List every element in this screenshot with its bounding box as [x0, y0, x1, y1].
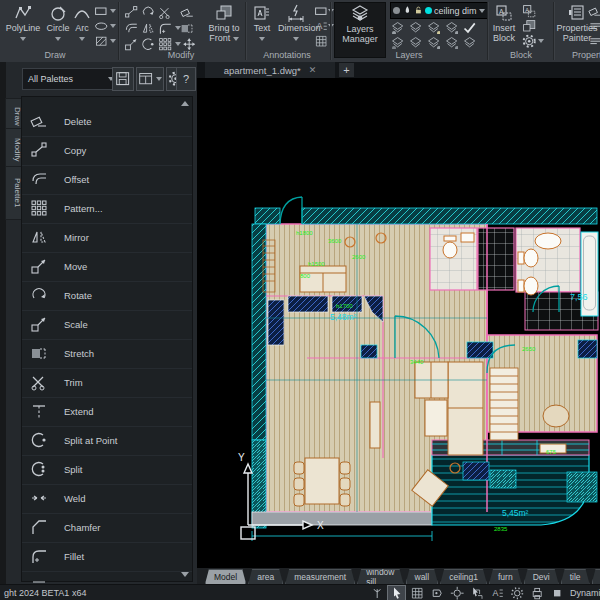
dynamic-input-label[interactable]: Dynamic C: [570, 588, 600, 598]
layout-tab-devi[interactable]: Devi: [524, 569, 559, 584]
select-similar-icon[interactable]: [141, 37, 155, 51]
close-tab-icon[interactable]: ✕: [309, 65, 317, 75]
lineweight-icon[interactable]: [588, 19, 600, 33]
new-tab-button[interactable]: +: [339, 63, 354, 77]
osnap-toggle[interactable]: [448, 586, 465, 600]
selection-cursor-toggle[interactable]: [388, 586, 405, 600]
layer-freeze-icon: [402, 5, 411, 16]
layout-tab-ceiling1[interactable]: ceiling1: [440, 569, 487, 584]
dimension-button[interactable]: Dimension: [278, 2, 314, 43]
explode-icon[interactable]: [182, 37, 196, 51]
layer-state2-icon[interactable]: [408, 20, 422, 34]
array-icon[interactable]: [158, 37, 172, 51]
measure-icon[interactable]: [124, 37, 138, 51]
layout-tab-tile[interactable]: tile: [561, 569, 590, 584]
circle-label: Circle: [46, 23, 69, 33]
palette-group-value: All Palettes: [28, 74, 73, 84]
grid-toggle[interactable]: [408, 586, 425, 600]
palette-item-offset[interactable]: Offset: [22, 165, 192, 195]
polyline-button[interactable]: PolyLine: [4, 2, 42, 43]
dim-style-icon[interactable]: [314, 4, 328, 18]
draw-panel-label: Draw: [20, 50, 90, 60]
palette-save-button[interactable]: [112, 67, 134, 91]
palette-item-move[interactable]: Move: [22, 252, 192, 282]
scroll-up-arrow[interactable]: [181, 101, 189, 106]
palette-item-rotate[interactable]: Rotate: [22, 281, 192, 311]
area-label-kitchen: 5,48m²: [330, 312, 357, 322]
palette-item-chamfer[interactable]: Chamfer: [22, 513, 192, 543]
layer-state5-icon[interactable]: [390, 35, 404, 49]
signal-icon[interactable]: [368, 586, 385, 600]
document-tab[interactable]: apartment_1.dwg* ✕: [205, 62, 335, 78]
layer-state3-icon[interactable]: [426, 20, 440, 34]
snap-tracking-toggle[interactable]: [468, 586, 485, 600]
svg-text:2835: 2835: [494, 526, 508, 532]
layer-state6-icon[interactable]: [408, 35, 422, 49]
layout-tab-tile2[interactable]: tile 2: [592, 569, 600, 584]
lighting-toggle[interactable]: [508, 586, 525, 600]
ellipse-icon[interactable]: [94, 19, 108, 33]
plot-icon[interactable]: [528, 586, 545, 600]
text-align-icon[interactable]: [314, 19, 328, 33]
arc-button[interactable]: Arc: [72, 2, 92, 43]
bring-to-front-icon: [215, 4, 233, 22]
insert-block-button[interactable]: Insert Block: [490, 2, 518, 43]
table-icon[interactable]: [314, 34, 328, 48]
copy-icon[interactable]: [124, 5, 138, 19]
trim-icon[interactable]: [158, 5, 172, 19]
palette-help-button[interactable]: ?: [176, 67, 196, 91]
layer-state7-icon[interactable]: [426, 35, 440, 49]
linetype-icon[interactable]: [588, 34, 600, 48]
drawing-canvas[interactable]: 5,48m² 7,56 5,45m² h1700 h1800 3600 2600…: [197, 78, 600, 568]
create-block-icon[interactable]: [522, 4, 536, 18]
layer-match-check-icon[interactable]: [462, 20, 476, 34]
palette-item-scale[interactable]: Scale: [22, 310, 192, 340]
circle-button[interactable]: Circle: [44, 2, 72, 43]
palette-item-fillet[interactable]: Fillet: [22, 542, 192, 572]
rectangle-flyout[interactable]: [110, 9, 116, 13]
block-flyout[interactable]: [538, 39, 544, 43]
layer-state8-icon[interactable]: [444, 35, 458, 49]
rectangle-icon[interactable]: [94, 4, 108, 18]
hatch-flyout[interactable]: [110, 39, 116, 43]
layer-dropdown[interactable]: ceiling dim: [390, 2, 488, 19]
palette-item-weld[interactable]: Weld: [22, 484, 192, 514]
mirror-icon[interactable]: [141, 21, 155, 35]
palette-view-button[interactable]: [136, 67, 164, 91]
palette-item-trim[interactable]: Trim: [22, 368, 192, 398]
layer-state1-icon[interactable]: [390, 20, 404, 34]
offset-icon[interactable]: [124, 21, 138, 35]
layer-state9-icon[interactable]: [462, 35, 476, 49]
hatch-icon[interactable]: [94, 34, 108, 48]
layout-tab-window-sill[interactable]: window sill: [357, 569, 403, 584]
text-button[interactable]: Text: [250, 2, 274, 43]
edit-block-icon[interactable]: [522, 19, 536, 33]
palette-item-mirror[interactable]: Mirror: [22, 223, 192, 253]
palette-item-delete[interactable]: Delete: [22, 107, 192, 137]
erase-icon[interactable]: [180, 5, 194, 19]
palette-item-extend[interactable]: Extend: [22, 397, 192, 427]
layout-tab-furn[interactable]: furn: [489, 569, 522, 584]
palette-item-pattern[interactable]: Pattern...: [22, 194, 192, 224]
palette-item-copy[interactable]: Copy: [22, 136, 192, 166]
layout-tab-wall[interactable]: wall: [406, 569, 439, 584]
annotation-toggle[interactable]: [488, 586, 505, 600]
fillet-icon[interactable]: [158, 21, 172, 35]
layout-tab-measurement[interactable]: measurement: [285, 569, 355, 584]
bring-to-front-button[interactable]: Bring to Front: [204, 2, 244, 43]
rotate-icon[interactable]: [141, 5, 155, 19]
block-settings-icon[interactable]: [522, 34, 536, 48]
array-flyout[interactable]: [175, 42, 181, 46]
ellipse-flyout[interactable]: [110, 24, 116, 28]
stop-icon[interactable]: [548, 586, 565, 600]
palette-item-split-at-point[interactable]: Split at Point: [22, 426, 192, 456]
stretch-icon[interactable]: [180, 21, 194, 35]
layout-tab-model[interactable]: Model: [205, 569, 246, 584]
match-props-icon[interactable]: [588, 4, 600, 18]
palette-group-select[interactable]: All Palettes: [22, 68, 120, 90]
palette-item-split[interactable]: Split: [22, 455, 192, 485]
ortho-toggle[interactable]: [428, 586, 445, 600]
layout-tab-area[interactable]: area: [248, 569, 283, 584]
palette-item-stretch[interactable]: Stretch: [22, 339, 192, 369]
layer-state4-icon[interactable]: [444, 20, 458, 34]
